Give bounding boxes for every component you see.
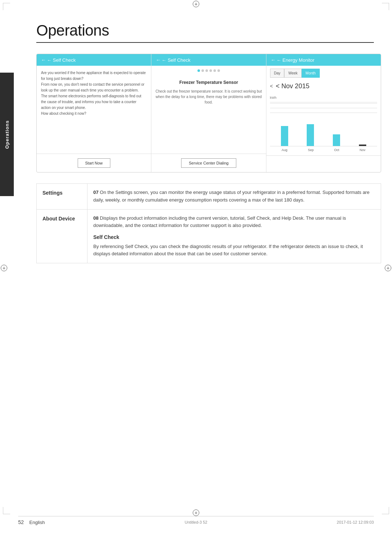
item-number-08: 08 (93, 215, 98, 221)
table-row-settings: Settings 07 On the Settings screen, you … (37, 184, 381, 210)
bar-oct-fill (333, 134, 340, 146)
month-nav: < < Nov 2015 (270, 81, 377, 91)
grid-line-top (270, 102, 377, 102)
dot-3 (205, 69, 208, 72)
month-label: < Nov 2015 (276, 81, 310, 91)
dot-6 (217, 69, 220, 72)
panels-container: ← ← Self Check Are you worried if the ho… (36, 54, 381, 172)
bar-sep (307, 124, 314, 146)
crop-mark-tr (382, 3, 389, 10)
reg-circle-top (193, 1, 199, 7)
panel-self-check-intro: ← ← Self Check Are you worried if the ho… (37, 54, 151, 172)
tab-week[interactable]: Week (284, 69, 301, 78)
panel2-back-arrow: ← (156, 57, 161, 63)
title-underline (36, 42, 374, 43)
start-now-button[interactable]: Start Now (78, 158, 110, 168)
dot-2 (201, 69, 204, 72)
grid-line-4 (270, 113, 377, 113)
row-content-settings: 07 On the Settings screen, you can monit… (87, 184, 381, 210)
crop-mark-br (382, 507, 389, 514)
footer-date-info: 2017-01-12 12:09:03 (337, 520, 374, 524)
panel-freezer-sensor: ← ← Self Check Freezer Temperature Senso… (151, 54, 266, 172)
bar-nov (359, 145, 366, 146)
bar-sep-fill (307, 124, 314, 146)
tab-month[interactable]: Month (302, 69, 320, 78)
month-prev-arrow[interactable]: < (270, 82, 273, 90)
panel3-footer (266, 155, 381, 172)
bar-nov-fill (359, 145, 366, 146)
page-number: 52 (18, 519, 24, 525)
panel2-header-label: ← Self Check (162, 57, 190, 63)
chart-label-nov: Nov (360, 148, 366, 153)
bar-chart-area (270, 117, 377, 146)
crop-mark-tl (3, 3, 10, 10)
reg-circle-right (385, 265, 391, 271)
panel1-header: ← ← Self Check (37, 54, 151, 66)
panel2-body: Freezer Temperature Sensor Check out the… (151, 66, 266, 154)
row-content-about-device: 08 Displays the product information incl… (87, 209, 381, 263)
sidebar-label: Operations (4, 120, 10, 149)
self-check-text: By referencing Self Check, you can check… (93, 244, 363, 257)
service-center-button[interactable]: Service Center Dialing (181, 158, 236, 168)
panel1-text: Are you worried if the home appliance th… (41, 71, 146, 115)
bar-aug-fill (281, 126, 288, 146)
panel-energy-monitor: ← ← Energy Monitor Day Week Month < < No… (266, 54, 381, 172)
sensor-desc: Check out the freezer temperature sensor… (155, 89, 262, 105)
view-tabs: Day Week Month (270, 69, 377, 78)
footer-file-info: Untitled-3 52 (185, 520, 207, 524)
about-device-text: Displays the product information includi… (93, 215, 346, 228)
page-footer: 52 English Untitled-3 52 2017-01-12 12:0… (18, 516, 374, 525)
dot-4 (209, 69, 212, 72)
dots-indicator (197, 69, 220, 72)
bar-oct (333, 134, 340, 146)
panel3-header-label: ← Energy Monitor (277, 57, 315, 63)
sensor-title: Freezer Temperature Sensor (179, 79, 238, 86)
crop-mark-bl (3, 507, 10, 514)
panel3-header: ← ← Energy Monitor (266, 54, 381, 66)
row-label-about-device: About Device (37, 209, 87, 263)
kwh-label: kWh (270, 96, 377, 101)
chart-label-aug: Aug (282, 148, 287, 153)
tab-day[interactable]: Day (270, 69, 285, 78)
page-title: Operations (36, 22, 374, 39)
chart-label-sep: Sep (308, 148, 314, 153)
panel2-footer: Service Center Dialing (151, 154, 266, 172)
main-content: Operations ← ← Self Check Are you worrie… (18, 0, 392, 285)
row-label-settings: Settings (37, 184, 87, 210)
settings-text: On the Settings screen, you can monitor … (93, 190, 369, 203)
reg-circle-left (1, 265, 7, 271)
info-table: Settings 07 On the Settings screen, you … (36, 183, 381, 263)
chart-label-oct: Oct (334, 148, 339, 153)
chart-labels: Aug Sep Oct Nov (270, 148, 377, 153)
self-check-subheading: Self Check (93, 233, 375, 241)
panel3-back-arrow: ← (271, 57, 276, 63)
item-number-07: 07 (93, 190, 98, 195)
panel3-body: Day Week Month < < Nov 2015 kWh (266, 66, 381, 155)
reg-circle-bottom (193, 509, 199, 516)
panel1-back-arrow: ← (41, 57, 46, 63)
panel1-body: Are you worried if the home appliance th… (37, 66, 151, 154)
grid-line-2 (270, 103, 377, 103)
table-row-about-device: About Device 08 Displays the product inf… (37, 209, 381, 263)
energy-chart: Aug Sep Oct Nov (270, 102, 377, 153)
bar-aug (281, 126, 288, 146)
sidebar: Operations (0, 73, 14, 196)
panel1-header-label: ← Self Check (47, 57, 75, 63)
panel2-header: ← ← Self Check (151, 54, 266, 66)
dot-1 (197, 69, 200, 72)
footer-language: English (27, 520, 45, 525)
grid-line-3 (270, 108, 377, 108)
dot-5 (213, 69, 216, 72)
panel1-footer: Start Now (37, 154, 151, 172)
